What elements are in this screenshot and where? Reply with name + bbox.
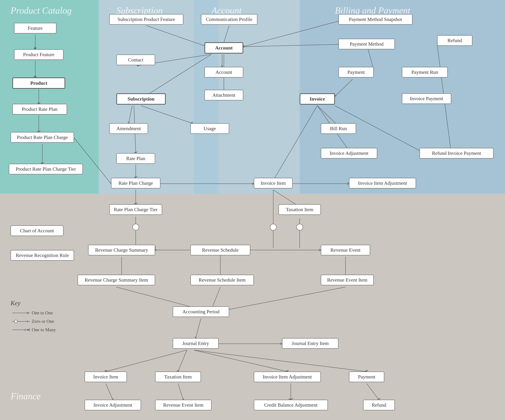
key-zero-or-one-icon <box>11 320 32 323</box>
entity-revenue-schedule: Revenue Schedule <box>190 245 250 255</box>
entity-subscription-product-feature: Subscription Product Feature <box>109 14 183 25</box>
entity-taxation-item-fin: Taxation Item <box>155 371 201 382</box>
key-one-to-one: One to One <box>11 310 56 315</box>
entity-invoice-adjustment-fin: Invoice Adjustment <box>85 400 141 410</box>
entity-refund-invoice-payment: Refund Invoice Payment <box>420 148 493 159</box>
entity-attachment: Attachment <box>204 90 243 100</box>
entity-invoice: Invoice <box>300 93 335 105</box>
key-title: Key <box>11 299 56 307</box>
entity-invoice-item-fin: Invoice Item <box>85 371 127 382</box>
entity-product: Product <box>12 77 65 89</box>
key-one-to-many-label: One to Many <box>32 327 56 333</box>
svg-point-61 <box>14 320 17 323</box>
entity-revenue-charge-summary-item: Revenue Charge Summary Item <box>78 275 155 285</box>
entity-revenue-event-item: Revenue Event Item <box>321 275 374 285</box>
entity-payment: Payment <box>338 67 374 77</box>
entity-journal-entry-item: Journal Entry Item <box>282 338 338 349</box>
key-one-to-many-icon <box>11 328 32 332</box>
entity-revenue-schedule-item: Revenue Schedule Item <box>190 275 254 285</box>
entity-journal-entry: Journal Entry <box>173 338 219 349</box>
entity-invoice-item: Invoice Item <box>254 178 293 188</box>
entity-refund-fin: Refund <box>363 400 395 410</box>
entity-invoice-item-adj-fin: Invoice Item Adjustment <box>254 371 321 382</box>
entity-subscription: Subscription <box>116 93 166 105</box>
key-one-to-one-label: One to One <box>32 310 53 315</box>
entity-revenue-charge-summary: Revenue Charge Summary <box>88 245 155 255</box>
key-zero-or-one: Zero or One <box>11 319 56 324</box>
entity-refund: Refund <box>437 35 472 46</box>
entity-product-rate-plan: Product Rate Plan <box>12 104 67 114</box>
entity-account-sub: Account <box>204 67 243 77</box>
key-section: Key One to One Zero or One One to Many <box>11 299 56 336</box>
entity-rate-plan-charge-tier: Rate Plan Charge Tier <box>109 204 162 215</box>
entity-product-rate-plan-charge-tier: Product Rate Plan Charge Tier <box>9 164 83 174</box>
entity-revenue-recognition-rule: Revenue Recognition Rule <box>11 250 74 261</box>
entity-payment-fin: Payment <box>349 371 384 382</box>
key-zero-or-one-label: Zero or One <box>32 319 54 324</box>
entity-invoice-item-adjustment: Invoice Item Adjustment <box>349 178 416 188</box>
section-bg-finance <box>0 194 505 420</box>
entity-invoice-adjustment: Invoice Adjustment <box>321 148 377 159</box>
entity-rate-plan: Rate Plan <box>116 153 155 164</box>
key-one-to-many: One to Many <box>11 327 56 333</box>
entity-chart-of-account: Chart of Account <box>11 225 63 236</box>
entity-invoice-payment: Invoice Payment <box>402 93 451 104</box>
entity-payment-method: Payment Method <box>338 39 395 49</box>
entity-revenue-event: Revenue Event <box>321 245 370 255</box>
entity-amendment: Amendment <box>109 123 148 134</box>
entity-account-main: Account <box>204 42 243 54</box>
entity-contact: Contact <box>116 55 155 65</box>
entity-bill-run: Bill Run <box>321 123 356 134</box>
entity-revenue-event-item-fin: Revenue Event Item <box>155 400 212 410</box>
entity-taxation-item: Taxation Item <box>278 204 321 215</box>
entity-communication-profile: Communication Profile <box>201 14 257 25</box>
entity-product-rate-plan-charge: Product Rate Plan Charge <box>11 132 74 143</box>
entity-accounting-period: Accounting Period <box>173 306 229 317</box>
entity-usage: Usage <box>190 123 229 134</box>
entity-credit-balance-adjustment: Credit Balance Adjustment <box>254 400 328 410</box>
entity-feature: Feature <box>14 23 57 33</box>
key-one-to-one-icon <box>11 311 32 315</box>
entity-product-feature: Product Feature <box>14 49 63 60</box>
entity-payment-method-snapshot: Payment Method Snapshot <box>338 14 412 25</box>
entity-payment-run: Payment Run <box>402 67 448 77</box>
entity-rate-plan-charge: Rate Plan Charge <box>111 178 160 188</box>
